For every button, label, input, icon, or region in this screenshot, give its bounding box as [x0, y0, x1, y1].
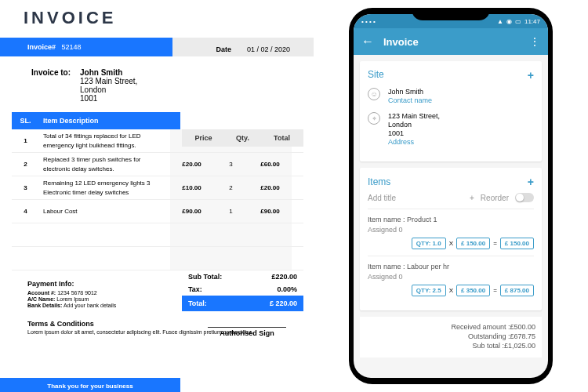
items-title: Items: [368, 176, 390, 187]
to-addr2: London: [80, 85, 137, 94]
total-pill: £ 875.00: [500, 285, 534, 296]
table-row: 3 Remaining 12 LED emergency lights 3 El…: [12, 176, 303, 200]
reorder-label: Reorder: [481, 194, 509, 202]
table-row: 4 Labour Cost £90.00 1 £90.00: [12, 200, 303, 223]
invoice-number-banner: Invoice# 52148: [0, 38, 172, 56]
date-row: Date 01 / 02 / 2020: [216, 45, 290, 53]
add-site-icon[interactable]: +: [528, 69, 534, 82]
phone-preview: • • • • ▲ ◉ ▭ 11:47 ← Invoice ⋮ Site +: [314, 0, 588, 392]
back-icon[interactable]: ←: [361, 34, 374, 49]
table-row: 2 Replaced 3 timer push switches for ele…: [12, 153, 303, 176]
location-icon: ⌖: [368, 112, 380, 125]
price-pill[interactable]: £ 150.00: [456, 238, 490, 249]
site-card: Site + ☺ John Smith Contact name ⌖ 123: [360, 61, 542, 162]
totals-card: Received amount :£500.00 Outstanding :£6…: [360, 317, 542, 358]
plus-icon[interactable]: +: [470, 194, 474, 202]
content-area[interactable]: Site + ☺ John Smith Contact name ⌖ 123: [354, 55, 548, 378]
th-qty: Qty.: [225, 134, 260, 142]
date-label: Date: [216, 45, 231, 53]
invoice-to-block: Invoice to: John Smith 123 Main Street, …: [31, 68, 314, 103]
address-link[interactable]: Address: [388, 138, 440, 146]
date-value: 01 / 02 / 2020: [247, 45, 290, 53]
signal-icon: ▲: [497, 18, 503, 25]
table-row-empty: [12, 247, 303, 270]
site-person-row[interactable]: ☺ John Smith Contact name: [368, 88, 534, 104]
site-address-row[interactable]: ⌖ 123 Main Street, London 1001 Address: [368, 112, 534, 146]
to-addr3: 1001: [80, 94, 137, 103]
th-price: Price: [182, 134, 225, 142]
reorder-toggle[interactable]: [515, 193, 534, 202]
invoice-number: 52148: [62, 43, 82, 51]
th-desc: Item Description: [39, 117, 180, 125]
add-item-icon[interactable]: +: [528, 176, 534, 188]
notch: [412, 8, 490, 20]
app-title: Invoice: [383, 36, 520, 48]
status-dots: • • • •: [361, 18, 376, 25]
person-icon: ☺: [368, 88, 380, 100]
add-title-input[interactable]: Add title: [368, 194, 463, 202]
invoice-title: INVOICE: [24, 8, 314, 28]
invoice-number-label: Invoice#: [27, 43, 56, 51]
table-body: 1 Total of 34 fittings replaced for LED …: [12, 129, 303, 270]
to-name: John Smith: [80, 68, 137, 77]
clock: 11:47: [524, 18, 540, 25]
item-block: Item name : Labour per hr Assigned 0 QTY…: [368, 256, 534, 296]
site-person: John Smith: [388, 88, 432, 96]
kebab-icon[interactable]: ⋮: [529, 35, 540, 48]
items-card: Items + Add title + Reorder Item name : …: [360, 168, 542, 310]
wifi-icon: ◉: [506, 18, 512, 25]
qty-pill[interactable]: QTY: 2.5: [412, 285, 446, 296]
table-row-empty: [12, 223, 303, 247]
phone-frame: • • • • ▲ ◉ ▭ 11:47 ← Invoice ⋮ Site +: [349, 8, 553, 384]
item-block: Item name : Product 1 Assigned 0 QTY: 1.…: [368, 209, 534, 249]
th-total: Total: [260, 134, 303, 142]
total-pill: £ 150.00: [500, 238, 534, 249]
table-header-left: SL. Item Description: [12, 112, 180, 129]
phone-screen: • • • • ▲ ◉ ▭ 11:47 ← Invoice ⋮ Site +: [354, 14, 548, 378]
th-sl: SL.: [12, 117, 39, 125]
to-label: Invoice to:: [31, 68, 71, 103]
contact-name-link[interactable]: Contact name: [388, 96, 432, 104]
app-bar: ← Invoice ⋮: [354, 28, 548, 55]
site-title: Site: [368, 69, 384, 82]
thanks-banner: Thank you for your business: [0, 378, 180, 392]
price-pill[interactable]: £ 350.00: [456, 285, 490, 296]
qty-pill[interactable]: QTY: 1.0: [412, 238, 446, 249]
subtotals-block: Sub Total:£220.00 Tax:0.00% Total:£ 220.…: [182, 270, 303, 311]
table-header-right: Price Qty. Total: [182, 129, 303, 147]
to-addr1: 123 Main Street,: [80, 77, 137, 85]
add-reorder-row: Add title + Reorder: [368, 193, 534, 202]
payment-info: Payment Info: Account #: 1234 5678 9012 …: [27, 280, 145, 308]
battery-icon: ▭: [515, 18, 521, 25]
invoice-document: INVOICE Invoice# 52148 Date 01 / 02 / 20…: [0, 0, 314, 392]
